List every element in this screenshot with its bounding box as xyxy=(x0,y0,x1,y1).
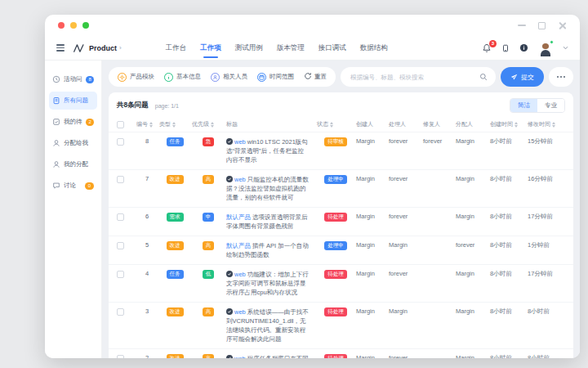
close-icon[interactable] xyxy=(558,21,567,30)
issue-title[interactable]: 默认产品选项设置透明背景后字体周围有背景颜色残留 xyxy=(226,213,315,231)
status-badge: 处理中 xyxy=(324,241,347,250)
filter-chip-4[interactable]: 时间范围 xyxy=(257,73,294,82)
column-header-9[interactable]: 分配人 xyxy=(456,120,488,128)
chevron-right-icon[interactable]: › xyxy=(119,44,122,52)
select-all-checkbox[interactable] xyxy=(117,121,124,128)
more-options-icon[interactable] xyxy=(549,67,573,87)
issue-module-link[interactable]: web xyxy=(234,271,246,278)
sidebar-item-1[interactable]: 活动问题8 xyxy=(49,70,97,88)
row-checkbox[interactable] xyxy=(117,242,124,249)
sort-icon[interactable] xyxy=(149,122,153,128)
filter-chip-2[interactable]: 基本信息 xyxy=(164,73,201,82)
column-header-1[interactable]: 编号 xyxy=(136,120,158,128)
status-badge: 待处理 xyxy=(324,307,347,316)
filter-chip-3[interactable]: 相关人员 xyxy=(211,73,247,82)
submit-button[interactable]: 提交 xyxy=(501,67,544,87)
view-simple-tab[interactable]: 简洁 xyxy=(510,99,537,112)
nav-tab-5[interactable]: 接口调试 xyxy=(318,36,346,60)
issue-title[interactable]: web只能监控本机的流量数据？没法监控譬如虚拟机跑的流量，别的有些软件就可 xyxy=(226,175,315,202)
close-traffic-light[interactable] xyxy=(58,22,65,29)
issue-title[interactable]: webwin10 LTSC 2021版勾选“背景透明”后，任务栏监控内容不显示 xyxy=(226,137,315,164)
sidebar-item-2[interactable]: 所有问题 xyxy=(49,92,97,110)
user-avatar[interactable] xyxy=(538,41,553,56)
table-row[interactable]: 7改进高web只能监控本机的流量数据？没法监控譬如虚拟机跑的流量，别的有些软件就… xyxy=(109,169,573,207)
assignee-cell: Margin xyxy=(456,354,488,358)
type-badge: 需求 xyxy=(167,213,184,222)
maximize-icon[interactable] xyxy=(538,22,546,29)
issue-id: 7 xyxy=(136,175,158,182)
column-header-10[interactable]: 创建时间 xyxy=(490,120,526,128)
row-checkbox[interactable] xyxy=(117,355,124,358)
sidebar-item-5[interactable]: 我的分配 xyxy=(49,155,97,173)
column-header-3[interactable]: 优先级 xyxy=(192,120,225,128)
issue-title[interactable]: 默认产品插件 API 加一个自动绘制趋势图函数 xyxy=(226,241,315,259)
view-pro-tab[interactable]: 专业 xyxy=(537,99,564,112)
reset-button[interactable]: 重置 xyxy=(304,72,327,82)
column-header-6[interactable]: 创建人 xyxy=(356,120,387,128)
issue-module-link[interactable]: web xyxy=(234,355,246,358)
issue-title[interactable]: web系统错误——由于找不到VCRUNTIME140_1.dll，无法继续执行代… xyxy=(226,307,315,343)
issue-title[interactable]: web程序任务栏窗口在不同DPI屏幕切换后显示不正常 xyxy=(226,354,315,358)
row-checkbox[interactable] xyxy=(117,308,124,316)
row-checkbox[interactable] xyxy=(117,176,124,183)
column-header-11[interactable]: 修改时间 xyxy=(528,120,565,128)
column-header-8[interactable]: 修复人 xyxy=(423,120,454,128)
created-time: 8小时前 xyxy=(490,270,526,278)
issue-module-link[interactable]: web xyxy=(234,176,246,183)
nav-tab-4[interactable]: 版本管理 xyxy=(277,36,305,60)
table-row[interactable]: 4任务低web功能建议：增加上下行文字间距可调节和鼠标悬浮显示程序占用cpu和内… xyxy=(109,264,573,302)
notifications-bell-icon[interactable]: 3 xyxy=(482,43,492,53)
type-cell: 任务 xyxy=(159,270,190,279)
search-input[interactable] xyxy=(349,73,474,82)
sidebar-item-6[interactable]: 讨论0 xyxy=(49,177,97,195)
column-header-4[interactable]: 标题 xyxy=(226,120,315,128)
chevron-down-icon[interactable] xyxy=(563,46,568,50)
sort-icon[interactable] xyxy=(330,122,333,128)
priority-badge: 高 xyxy=(203,307,215,316)
row-checkbox[interactable] xyxy=(117,213,124,221)
type-cell: 改进 xyxy=(159,354,190,358)
table-header-row: 编号类型优先级标题状态创建人处理人修复人分配人创建时间修改时间 xyxy=(109,117,573,132)
sidebar-item-3[interactable]: 我的待办2 xyxy=(49,113,97,131)
column-header-2[interactable]: 类型 xyxy=(159,120,190,128)
sidebar-item-label: 我的待办 xyxy=(64,118,82,126)
table-row[interactable]: 8任务急webwin10 LTSC 2021版勾选“背景透明”后，任务栏监控内容… xyxy=(109,132,573,169)
sort-icon[interactable] xyxy=(514,122,518,128)
row-checkbox[interactable] xyxy=(117,138,124,146)
filter-chip-1[interactable]: 产品模块 xyxy=(118,73,154,82)
table-row[interactable]: 6需求中默认产品选项设置透明背景后字体周围有背景颜色残留待处理Marginfor… xyxy=(109,207,573,236)
column-header-7[interactable]: 处理人 xyxy=(389,120,421,128)
table-row[interactable]: 5改进高默认产品插件 API 加一个自动绘制趋势图函数处理中MarginMarg… xyxy=(109,236,573,264)
menu-icon[interactable] xyxy=(56,44,65,52)
row-checkbox[interactable] xyxy=(117,271,124,278)
site-icon xyxy=(226,271,233,277)
column-header-5[interactable]: 状态 xyxy=(317,120,354,128)
issue-module-link[interactable]: web xyxy=(234,308,246,316)
nav-tab-1[interactable]: 工作台 xyxy=(166,36,187,60)
search-box xyxy=(341,67,496,87)
issue-module-link[interactable]: 默认产品 xyxy=(226,213,251,221)
maximize-traffic-light[interactable] xyxy=(82,22,89,29)
assignee-cell: Margin xyxy=(456,307,488,315)
search-icon[interactable] xyxy=(479,73,488,81)
info-icon[interactable] xyxy=(519,43,528,52)
table-row[interactable]: 3改进高web系统错误——由于找不到VCRUNTIME140_1.dll，无法继… xyxy=(109,302,573,348)
sort-icon[interactable] xyxy=(552,122,555,128)
issue-module-link[interactable]: web xyxy=(234,138,246,146)
sort-icon[interactable] xyxy=(211,122,214,128)
minimize-traffic-light[interactable] xyxy=(70,22,77,29)
mobile-app-icon[interactable] xyxy=(501,44,510,52)
issues-card: 共8条问题 page: 1/1 简洁 专业 编号类型优先级标题状态创建人处理人修… xyxy=(109,92,573,358)
nav-tab-6[interactable]: 数据结构 xyxy=(360,36,388,60)
issue-module-link[interactable]: 默认产品 xyxy=(226,242,251,249)
table-row[interactable]: 2改进高web程序任务栏窗口在不同DPI屏幕切换后显示不正常待处理Marginf… xyxy=(109,348,573,358)
sort-icon[interactable] xyxy=(172,122,176,128)
nav-tab-2[interactable]: 工作项 xyxy=(200,36,221,60)
issue-title[interactable]: web功能建议：增加上下行文字间距可调节和鼠标悬浮显示程序占用cpu和内存状况 xyxy=(226,270,315,297)
nav-tab-3[interactable]: 测试用例 xyxy=(235,36,263,60)
minimize-icon[interactable] xyxy=(518,25,526,26)
sidebar-item-4[interactable]: 分配给我 xyxy=(49,134,97,152)
priority-cell: 急 xyxy=(192,137,225,146)
priority-cell: 低 xyxy=(192,270,225,279)
issue-id: 5 xyxy=(136,241,158,249)
